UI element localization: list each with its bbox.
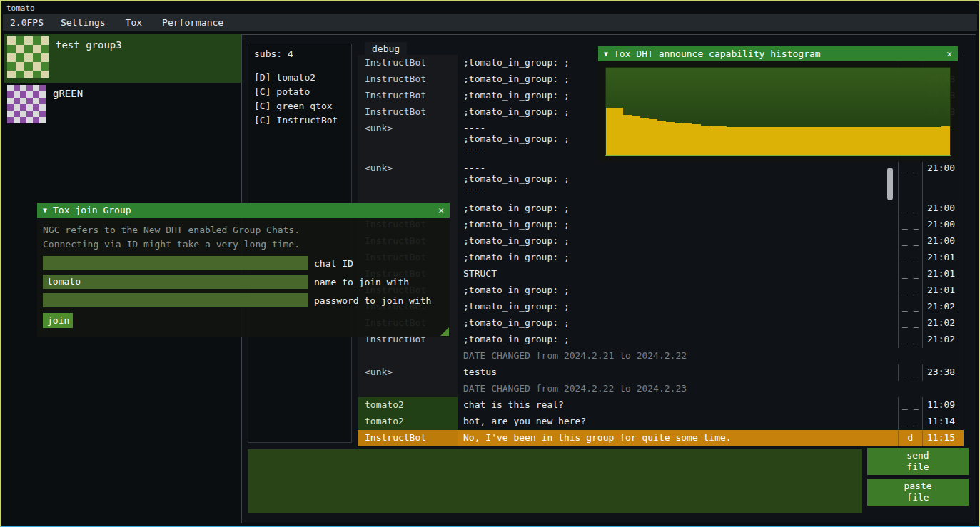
histogram-bar [821,127,829,155]
message-flags: _ _ [898,414,922,430]
message-time: 21:01 [922,282,964,299]
sidebar-item-gREEN[interactable]: gREEN [4,83,241,131]
message-text: ---- ;tomato_in_group: ; ---- [458,160,898,200]
join-info-line: Connecting via ID might take a very long… [43,237,444,252]
name-cell [358,348,458,364]
member-item-tomato2[interactable]: [D] tomato2 [254,71,345,85]
sender-name: <unk> [358,364,458,381]
message-time: 21:02 [922,315,964,332]
histogram-title: Tox DHT announce capability histogram [614,48,821,59]
menu-item-settings[interactable]: Settings [51,17,116,28]
name-cell [358,381,458,397]
join-input-1[interactable]: tomato [43,275,308,289]
histogram-bar [838,127,847,155]
group-avatar [7,36,49,78]
window-titlebar[interactable]: tomato [3,3,977,14]
collapse-arrow-icon[interactable]: ▼ [604,50,608,58]
message-input[interactable] [248,449,862,513]
join-button[interactable]: join [43,313,73,328]
window-title: tomato [6,4,35,13]
group-name-label: gREEN [53,85,83,99]
message-text: testus [458,364,898,381]
sender-name: InstructBot [358,430,458,446]
send-file-button[interactable]: send file [867,448,969,475]
sender-name: tomato2 [358,397,458,414]
histogram-bar [666,122,675,155]
group-name-label: test_group3 [56,36,122,51]
histogram-bar [649,119,657,155]
histogram-bar [657,121,666,155]
histogram-bar [933,127,941,155]
join-group-window: ▼ Tox join Group ✕ NGC refers to the New… [37,203,450,337]
paste-file-button[interactable]: paste file [867,479,969,506]
menu-bar: 2.0FPS SettingsToxPerformance [3,14,977,31]
message-flags: _ _ [898,282,922,299]
date-changed-row: DATE CHANGED from 2024.2.21 to 2024.2.22 [358,348,964,364]
join-group-title: Tox join Group [53,205,131,215]
chat-row[interactable]: tomato2bot, are you new here?_ _11:14 [358,414,964,430]
message-text: ;tomato_in_group: ; [458,217,898,233]
message-flags: _ _ [898,397,922,414]
join-input-0[interactable] [43,256,308,270]
message-text: ;tomato_in_group: ; [458,332,898,348]
join-group-titlebar[interactable]: ▼ Tox join Group ✕ [37,203,450,218]
chat-scrollbar-thumb[interactable] [887,168,893,200]
message-time: 21:01 [922,250,964,266]
tab-debug[interactable]: debug [365,42,407,56]
message-time: 21:01 [922,266,964,282]
member-item-potato[interactable]: [C] potato [254,85,345,99]
sidebar-item-test_group3[interactable]: test_group3 [4,34,241,83]
message-flags: _ _ [898,200,922,217]
histogram-bar [692,124,700,155]
message-text: No, I've been in this group for quite so… [458,430,898,446]
message-flags: _ _ [898,266,922,282]
histogram-bar [864,127,872,155]
message-text: ;tomato_in_group: ; [458,200,898,217]
message-time: 21:02 [922,332,964,348]
message-flags: _ _ [898,299,922,315]
histogram-bar [941,126,950,155]
message-time: 21:02 [922,299,964,315]
chat-row[interactable]: <unk>---- ;tomato_in_group: ; ----_ _21:… [358,160,964,200]
chat-row[interactable]: <unk>testus_ _23:38 [358,364,964,381]
member-item-green_qtox[interactable]: [C] green_qtox [254,99,345,113]
histogram-bar [744,127,752,155]
join-input-label: password to join with [314,295,431,306]
message-time: 23:38 [922,364,964,381]
histogram-bar [795,127,804,155]
group-sidebar: test_group3gREEN [4,34,241,131]
histogram-window: ▼ Tox DHT announce capability histogram … [598,46,958,162]
histogram-bar [683,123,692,155]
join-fields: chat IDtomatoname to join withpassword t… [43,256,444,307]
message-text: ;tomato_in_group: ; [458,315,898,332]
histogram-titlebar[interactable]: ▼ Tox DHT announce capability histogram … [598,46,958,61]
message-text: ;tomato_in_group: ; [458,233,898,250]
histogram-bar [735,127,744,155]
menu-item-performance[interactable]: Performance [152,17,233,28]
histogram-body [598,61,958,162]
message-time: 11:15 [922,430,964,446]
chat-row[interactable]: tomato2chat is this real?_ _11:09 [358,397,964,414]
menu-item-tox[interactable]: Tox [116,17,152,28]
histogram-bar [615,108,623,155]
histogram-bar [623,115,632,155]
subs-list: [D] tomato2[C] potato[C] green_qtox[C] I… [254,71,345,128]
join-field-row: chat ID [43,256,444,270]
close-icon[interactable]: ✕ [438,205,444,215]
chat-row[interactable]: InstructBotNo, I've been in this group f… [358,430,964,446]
date-changed-text: DATE CHANGED from 2024.2.22 to 2024.2.23 [458,381,964,397]
sender-name: InstructBot [358,88,458,104]
histogram-bar [752,127,761,155]
date-changed-row: DATE CHANGED from 2024.2.22 to 2024.2.23 [358,381,964,397]
collapse-arrow-icon[interactable]: ▼ [43,206,47,214]
sender-name: <unk> [358,121,458,160]
close-icon[interactable]: ✕ [946,48,952,59]
join-input-2[interactable] [43,293,308,307]
resize-grip-icon[interactable] [440,327,449,336]
message-flags: _ _ [898,364,922,381]
histogram-bar [761,127,769,155]
member-item-InstructBot[interactable]: [C] InstructBot [254,113,345,128]
message-flags: _ _ [898,233,922,250]
histogram-bar [640,118,649,155]
histogram-bar [855,127,864,155]
